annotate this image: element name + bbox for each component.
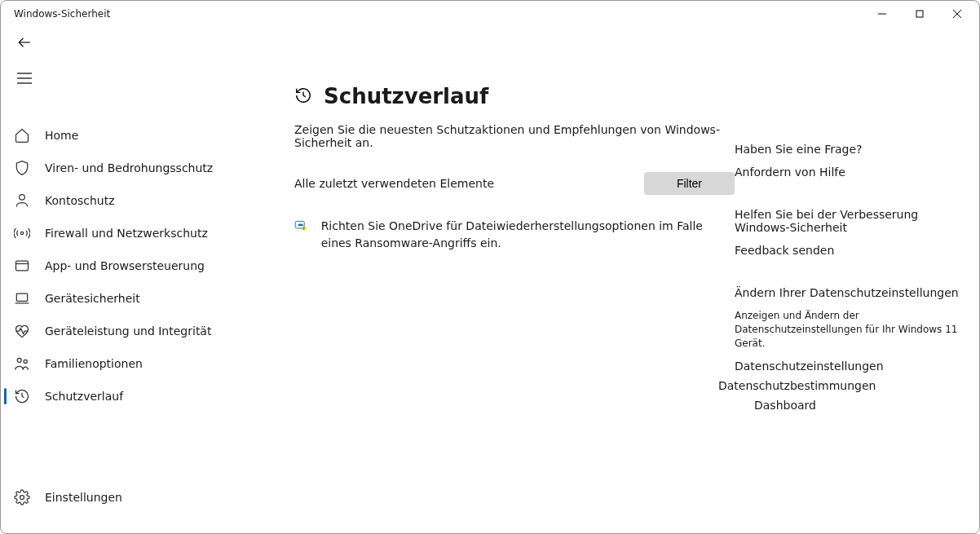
aside-improve-title: Helfen Sie bei der Verbesserung Windows-…	[735, 208, 963, 234]
svg-rect-1	[916, 11, 923, 17]
network-icon	[14, 225, 30, 241]
hamburger-button[interactable]	[1, 73, 262, 86]
sidebar-item-device-security[interactable]: Gerätesicherheit	[1, 282, 262, 315]
aside-help-link[interactable]: Anfordern von Hilfe	[735, 165, 963, 179]
sidebar-item-account[interactable]: Kontoschutz	[1, 184, 262, 217]
sidebar-item-label: Firewall und Netzwerkschutz	[45, 227, 208, 240]
maximize-button[interactable]	[901, 1, 938, 27]
page-title: Schutzverlauf	[324, 84, 488, 108]
svg-point-9	[20, 232, 23, 234]
history-icon	[294, 86, 312, 107]
sidebar-item-family[interactable]: Familienoptionen	[1, 347, 262, 380]
heart-icon	[14, 323, 30, 339]
gear-icon	[14, 489, 30, 505]
svg-point-15	[24, 360, 27, 363]
aside-privacy-title: Ändern Ihrer Datenschutzeinstellungen	[735, 286, 963, 299]
history-icon	[14, 388, 30, 404]
home-icon	[14, 127, 30, 143]
close-button[interactable]	[938, 1, 976, 27]
page-subtitle: Zeigen Sie die neuesten Schutzaktionen u…	[294, 123, 735, 149]
window-title: Windows-Sicherheit	[14, 8, 863, 20]
sidebar: Home Viren- und Bedrohungsschutz Kontosc…	[1, 60, 262, 533]
laptop-icon	[14, 290, 30, 307]
sidebar-item-label: Viren- und Bedrohungsschutz	[45, 161, 213, 174]
recommendation-item[interactable]: ! Richten Sie OneDrive für Dateiwiederhe…	[294, 218, 735, 252]
filter-button[interactable]: Filter	[644, 172, 735, 195]
aside-panel: Haben Sie eine Frage? Anfordern von Hilf…	[735, 84, 971, 533]
account-icon	[14, 192, 30, 209]
sidebar-item-protection-history[interactable]: Schutzverlauf	[1, 380, 262, 413]
sidebar-item-label: Gerätesicherheit	[45, 292, 140, 305]
aside-help-title: Haben Sie eine Frage?	[735, 143, 963, 156]
back-button[interactable]	[17, 35, 32, 52]
aside-privacy-desc: Anzeigen und Ändern der Datenschutzeinst…	[735, 309, 963, 350]
aside-privacy-settings-link[interactable]: Datenschutzeinstellungen	[735, 360, 963, 373]
sidebar-item-device-performance[interactable]: Geräteleistung und Integrität	[1, 315, 262, 347]
sidebar-item-label: Schutzverlauf	[45, 390, 123, 403]
aside-dashboard-link[interactable]: Dashboard	[754, 399, 963, 412]
app-icon	[14, 258, 30, 274]
shield-icon	[14, 160, 30, 176]
svg-rect-10	[16, 261, 29, 271]
svg-point-14	[17, 358, 21, 362]
sidebar-item-label: Home	[45, 129, 78, 142]
sidebar-item-firewall[interactable]: Firewall und Netzwerkschutz	[1, 217, 262, 249]
recommendation-text: Richten Sie OneDrive für Dateiwiederhers…	[321, 218, 735, 252]
app-window: Windows-Sicherheit Home	[0, 0, 980, 534]
sidebar-item-home[interactable]: Home	[1, 119, 262, 152]
window-controls	[863, 1, 976, 27]
svg-point-8	[20, 195, 25, 201]
filter-label: Alle zuletzt verwendeten Elemente	[294, 177, 494, 190]
aside-privacy-policy-link[interactable]: Datenschutzbestimmungen	[718, 379, 963, 392]
sidebar-item-virus[interactable]: Viren- und Bedrohungsschutz	[1, 152, 262, 184]
titlebar: Windows-Sicherheit	[1, 1, 979, 27]
svg-point-16	[20, 496, 24, 500]
onedrive-warning-icon: !	[294, 219, 307, 236]
aside-feedback-link[interactable]: Feedback senden	[735, 244, 963, 257]
minimize-button[interactable]	[863, 1, 901, 27]
sidebar-item-settings[interactable]: Einstellungen	[1, 481, 262, 514]
sidebar-item-label: Geräteleistung und Integrität	[45, 324, 211, 338]
sidebar-item-app-browser[interactable]: App- und Browsersteuerung	[1, 249, 262, 282]
sidebar-item-label: App- und Browsersteuerung	[45, 259, 205, 272]
sidebar-item-label: Einstellungen	[45, 491, 122, 504]
svg-rect-12	[16, 293, 27, 301]
main-content: Schutzverlauf Zeigen Sie die neuesten Sc…	[262, 60, 979, 533]
family-icon	[14, 355, 30, 372]
sidebar-item-label: Familienoptionen	[45, 357, 143, 370]
sidebar-item-label: Kontoschutz	[45, 194, 115, 207]
svg-text:!: !	[303, 227, 304, 231]
